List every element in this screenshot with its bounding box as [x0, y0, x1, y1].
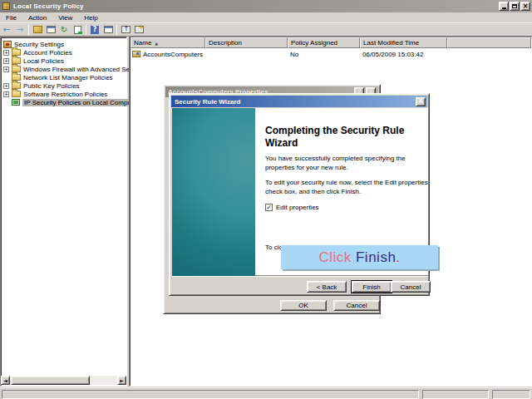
menu-action[interactable]: Action [22, 13, 52, 22]
folder-icon [12, 66, 21, 72]
column-header-last-modified[interactable]: Last Modified Time [360, 37, 447, 48]
minimize-icon [502, 7, 506, 9]
console-window-icon [47, 26, 56, 33]
finish-label: Finish [362, 283, 380, 291]
status-segment [492, 390, 530, 399]
wizard-paragraph-1: You have successfully completed specifyi… [265, 155, 428, 173]
policy-icon [132, 51, 140, 57]
minimize-button[interactable] [499, 2, 509, 11]
toolbar-separator [28, 25, 29, 35]
help-button[interactable]: ? [88, 24, 101, 36]
back-button[interactable]: ← [0, 24, 13, 36]
expand-plus-icon[interactable]: + [3, 91, 9, 97]
wizard-titlebar[interactable]: Security Rule Wizard × [171, 96, 427, 107]
restore-icon [512, 4, 517, 8]
back-label: < Back [317, 283, 337, 291]
ok-label: OK [298, 302, 308, 309]
expand-plus-icon[interactable]: + [3, 50, 9, 56]
folder-icon [12, 49, 21, 56]
sidebar-item-network-list-manager[interactable]: Network List Manager Policies [12, 73, 113, 81]
edit-policy-button[interactable] [31, 24, 44, 36]
edit-icon [33, 26, 42, 33]
back-button-wizard[interactable]: < Back [307, 281, 347, 293]
finish-button[interactable]: Finish [352, 281, 392, 293]
console-tree-button[interactable] [101, 24, 115, 36]
back-icon: ← [3, 26, 10, 34]
sidebar-item-windows-firewall[interactable]: + Windows Firewall with Advanced Securit… [3, 65, 145, 73]
status-segment [2, 390, 419, 399]
expand-plus-icon[interactable]: + [3, 58, 9, 64]
sidebar-item-label: Network List Manager Policies [23, 74, 113, 81]
column-label: Last Modified Time [363, 39, 419, 47]
column-header-policy-assigned[interactable]: Policy Assigned [288, 37, 360, 48]
folder-icon [12, 82, 21, 89]
scroll-right-icon: ► [120, 377, 124, 385]
sidebar-item-label: Windows Firewall with Advanced Security [23, 66, 145, 73]
column-label: Description [209, 39, 242, 47]
menu-bar: File Action View Help [0, 12, 532, 23]
status-bar [0, 387, 532, 399]
column-label: Name [134, 39, 151, 47]
sidebar-item-software-restriction[interactable]: + Software Restriction Policies [3, 90, 107, 98]
sidebar-item-label: Account Policies [23, 49, 72, 57]
add-computer-button[interactable] [132, 24, 145, 36]
scroll-right-button[interactable]: ► [117, 376, 126, 385]
menu-help[interactable]: Help [78, 13, 103, 22]
expand-plus-icon[interactable]: + [3, 83, 9, 89]
window-titlebar: Local Security Policy × [0, 0, 532, 12]
console-window-button[interactable] [44, 24, 57, 36]
refresh-button[interactable]: ↻ [57, 24, 71, 36]
table-row-last-modified: 06/05/2009 15:03:42 [362, 50, 423, 58]
forward-button[interactable]: → [13, 24, 27, 36]
sidebar-item-label: Public Key Policies [23, 82, 80, 90]
column-header-name[interactable]: Name ▲ [131, 37, 205, 48]
row-policy-assigned: No [290, 51, 298, 58]
scroll-left-icon: ◄ [3, 377, 7, 385]
ipsec-icon [12, 99, 20, 106]
wizard-button-row: < Back Finish Cancel [172, 277, 428, 294]
column-header-empty[interactable] [447, 37, 531, 48]
restore-button[interactable] [510, 2, 520, 11]
expand-plus-icon[interactable]: + [3, 66, 9, 72]
folder-icon [12, 91, 21, 97]
table-row-policy-assigned: No [290, 50, 298, 58]
close-button[interactable]: × [520, 2, 530, 11]
cancel-label: Cancel [401, 283, 421, 291]
sort-asc-icon: ▲ [155, 41, 158, 46]
help-icon: ? [91, 26, 99, 34]
add-computer-icon [135, 26, 144, 33]
security-settings-icon [3, 41, 12, 48]
wizard-cancel-button[interactable]: Cancel [391, 281, 431, 293]
checkbox-checked-icon[interactable]: ✓ [265, 204, 273, 211]
tree-horizontal-scrollbar[interactable]: ◄ ► [1, 376, 126, 385]
cancel-label: Cancel [347, 302, 367, 309]
window-title: Local Security Policy [13, 2, 84, 10]
edit-properties-checkbox-row[interactable]: ✓ Edit properties [265, 204, 319, 211]
sidebar-item-ip-security-policies[interactable]: IP Security Policies on Local Computer [12, 98, 140, 106]
folder-icon [12, 74, 21, 81]
wizard-title: Security Rule Wizard [175, 98, 241, 106]
status-segment [422, 390, 489, 399]
forward-icon: → [17, 26, 23, 34]
sidebar-item-label: IP Security Policies on Local Computer [22, 99, 140, 106]
scrollbar-thumb[interactable] [11, 376, 90, 385]
export-list-button[interactable] [71, 24, 84, 36]
click-finish-tooltip: Click Finish . [281, 245, 438, 269]
row-name: AccountsComputers [143, 51, 203, 58]
row-last-modified: 06/05/2009 15:03:42 [362, 51, 423, 58]
ok-button[interactable]: OK [280, 300, 327, 311]
wizard-watermark-graphic [172, 108, 255, 276]
tooltip-text-finish: Finish [356, 249, 396, 266]
console-tree-icon [104, 26, 113, 33]
scroll-left-button[interactable]: ◄ [1, 376, 10, 385]
menu-view[interactable]: View [52, 13, 78, 22]
tooltip-text-click: Click [318, 249, 356, 266]
menu-file[interactable]: File [0, 13, 22, 22]
import-policy-button[interactable] [119, 24, 132, 36]
toolbar: ← → ↻ ? [0, 23, 532, 37]
column-header-description[interactable]: Description [205, 37, 288, 48]
wizard-heading: Completing the Security Rule Wizard [265, 125, 427, 150]
properties-cancel-button[interactable]: Cancel [333, 300, 380, 311]
wizard-close-button[interactable]: × [416, 97, 426, 106]
table-row-name[interactable]: AccountsComputers [132, 50, 203, 58]
